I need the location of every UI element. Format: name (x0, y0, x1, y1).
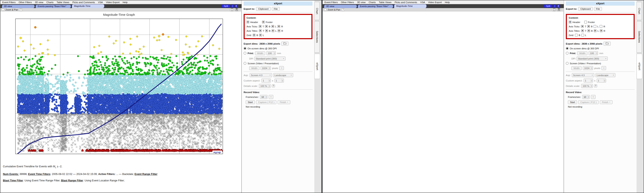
add-view-button[interactable]: + (234, 4, 238, 8)
custom-aspect-y-spinner[interactable]: 1▲▼ (274, 78, 284, 82)
spinner-arrows-icon[interactable]: ▲▼ (265, 96, 267, 98)
screen-width-button[interactable]: Width (249, 66, 260, 70)
menu-3d-view[interactable]: 3D view (357, 1, 366, 4)
tab-3d-view[interactable]: 3D view (2, 4, 35, 8)
print-radio[interactable] (244, 52, 246, 54)
export-folder-button[interactable] (281, 42, 288, 46)
custom-aspect-x-spinner[interactable]: 1▲▼ (262, 78, 271, 82)
menu-other-filters[interactable]: Other Filters (341, 1, 354, 4)
tab-events-base-filter[interactable]: Events passing "Base Filter" (358, 4, 393, 8)
orientation-select[interactable]: Landscape▼ (596, 73, 616, 77)
menu-picks-comments[interactable]: Picks and Comments (72, 1, 95, 4)
print-width-button[interactable]: Width (255, 52, 265, 55)
fps-spinner[interactable]: 10▲▼ (260, 95, 268, 99)
spinner-arrows-icon[interactable]: ▲▼ (590, 67, 593, 70)
axis-ticks-bottom-checkbox[interactable] (265, 25, 268, 28)
axis-titles-right-checkbox[interactable] (600, 30, 602, 32)
screen-unit-select[interactable]: ▼ (602, 66, 606, 70)
menu-vsa[interactable]: VSA (98, 1, 103, 4)
spinner-arrows-icon[interactable]: ▲▼ (273, 52, 276, 55)
menu-help[interactable]: Help (122, 1, 128, 4)
menu-help[interactable]: Help (445, 1, 450, 4)
axis-ticks-right-checkbox[interactable] (278, 25, 280, 28)
menu-3d-view[interactable]: 3D view (35, 1, 43, 4)
screen-radio[interactable] (244, 62, 246, 65)
spinner-arrows-icon[interactable]: ▲▼ (268, 79, 270, 82)
dpi-select[interactable]: Standard print (300)▼ (576, 56, 608, 60)
record-finish-button[interactable]: Finish▼ (600, 100, 612, 104)
tab-magnitude-time[interactable]: Magnitude-Time (394, 4, 427, 8)
remove-view-button[interactable]: - (231, 4, 234, 8)
menu-charts[interactable]: Charts (46, 1, 54, 4)
footer-checkbox[interactable] (262, 21, 265, 24)
split-button[interactable]: Split (222, 4, 230, 8)
grid-left-checkbox[interactable] (259, 34, 262, 36)
screen-width-spinner[interactable]: 1024▲▼ (261, 66, 271, 70)
header-checkbox[interactable] (569, 21, 572, 24)
copy-to-clipboard-button[interactable] (230, 8, 234, 11)
split-button[interactable]: Split (544, 4, 552, 8)
screen-radio[interactable] (566, 62, 568, 65)
record-capture-button[interactable]: Capture ( F12 ) (256, 100, 276, 104)
orientation-select[interactable]: Landscape▼ (273, 73, 293, 77)
zoom-pan-checkbox[interactable] (324, 8, 326, 11)
print-width-spinner[interactable]: 100▲▼ (589, 51, 598, 55)
spinner-arrows-icon[interactable]: ▲▼ (268, 84, 270, 88)
fps-spinner[interactable]: 10▲▼ (582, 95, 590, 99)
export-folder-button[interactable] (604, 42, 610, 46)
grid-left-checkbox[interactable] (582, 34, 584, 36)
tab-magnitude-time[interactable]: Magnitude-Time (72, 4, 104, 8)
side-tab-export[interactable]: eXport (314, 54, 320, 79)
axis-titles-bottom-checkbox[interactable] (265, 30, 268, 32)
dpi-select[interactable]: Standard print (300)▼ (254, 56, 286, 60)
spinner-arrows-icon[interactable]: ▲▼ (590, 79, 593, 82)
grid-bottom-checkbox[interactable] (253, 34, 256, 36)
side-tab-export[interactable]: eXport (636, 54, 642, 79)
copy-to-clipboard-button[interactable] (552, 8, 556, 11)
export-clipboard-button[interactable]: Clipboard (578, 7, 592, 11)
grid-bottom-checkbox[interactable] (575, 34, 578, 36)
details-scale-help-button[interactable]: ? (594, 84, 597, 87)
tab-3d-view[interactable]: 3D view (324, 4, 357, 8)
axis-ticks-left-checkbox[interactable] (272, 25, 274, 28)
menu-video-export[interactable]: Video Export (428, 1, 442, 4)
details-scale-spinner[interactable]: 100 %▲▼ (581, 84, 593, 88)
menu-charts[interactable]: Charts (369, 1, 376, 4)
menu-other-filters[interactable]: Other Filters (19, 1, 32, 4)
record-start-button[interactable]: Start (246, 100, 255, 104)
export-file-button[interactable]: File (594, 7, 602, 11)
menu-picks-comments[interactable]: Picks and Comments (394, 1, 417, 4)
axis-ticks-bottom-checkbox[interactable] (587, 25, 590, 28)
side-tab-chart[interactable]: Chart (636, 2, 642, 20)
spinner-arrows-icon[interactable]: ▲▼ (590, 84, 592, 88)
footer-checkbox[interactable] (584, 21, 587, 24)
spinner-arrows-icon[interactable]: ▲▼ (281, 79, 284, 82)
onscreen-dims-radio[interactable] (244, 47, 246, 50)
axis-titles-bottom-checkbox[interactable] (588, 30, 590, 32)
print-width-spinner[interactable]: 100▲▼ (266, 51, 276, 55)
screen-width-button[interactable]: Width (572, 66, 582, 70)
screen-unit-select[interactable]: ▼ (279, 66, 284, 70)
axis-titles-left-checkbox[interactable] (272, 30, 274, 32)
spinner-arrows-icon[interactable]: ▲▼ (604, 79, 606, 82)
axis-titles-right-checkbox[interactable] (278, 30, 280, 32)
remove-view-button[interactable]: - (553, 4, 556, 8)
header-checkbox[interactable] (246, 21, 249, 24)
tab-events-base-filter[interactable]: Events passing "Base Filter" (36, 4, 71, 8)
export-clipboard-button[interactable]: Clipboard (256, 7, 270, 11)
aspect-select[interactable]: Screen 4:3▼ (250, 73, 272, 77)
menu-vsa[interactable]: VSA (420, 1, 425, 4)
menu-video-export[interactable]: Video Export (106, 1, 120, 4)
side-tab-selections[interactable]: Selections (636, 21, 642, 53)
details-scale-help-button[interactable]: ? (272, 84, 275, 87)
axis-ticks-right-checkbox[interactable] (600, 25, 602, 28)
axis-ticks-left-checkbox[interactable] (594, 25, 596, 28)
magnitude-time-chart[interactable] (2, 12, 239, 164)
menu-event-filters[interactable]: Event Filters (324, 1, 338, 4)
onscreen-dims-radio[interactable] (566, 47, 568, 50)
screen-width-spinner[interactable]: 1024▲▼ (583, 66, 593, 70)
custom-aspect-y-spinner[interactable]: 1▲▼ (597, 78, 606, 82)
menu-event-filters[interactable]: Event Filters (2, 1, 16, 4)
spinner-arrows-icon[interactable]: ▲▼ (587, 96, 590, 98)
menu-table-views[interactable]: Table Views (379, 1, 392, 4)
